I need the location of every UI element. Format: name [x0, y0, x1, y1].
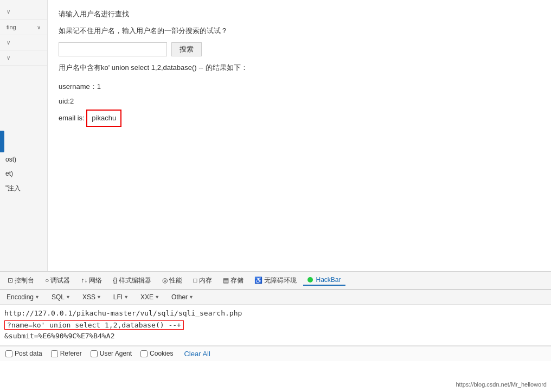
watermark-text: https://blog.csdn.net/Mr_helloword: [456, 381, 547, 388]
hackbar-sql-menu[interactable]: SQL ▼: [49, 292, 73, 302]
sidebar-item-3[interactable]: ∨: [0, 35, 47, 50]
hackbar-xxe-menu[interactable]: XXE ▼: [138, 292, 162, 302]
user-agent-label: User Agent: [100, 350, 132, 357]
chevron-down-icon: ∨: [7, 9, 10, 15]
main-content: 请输入用户名进行查找 如果记不住用户名，输入用户名的一部分搜索的试试？ 搜索 用…: [48, 0, 551, 271]
search-input[interactable]: [59, 42, 167, 56]
search-row: 搜索: [59, 42, 540, 56]
other-arrow-icon: ▼: [189, 294, 194, 300]
tab-console[interactable]: ⊡ 控制台: [3, 275, 39, 286]
chevron-down-icon: ∨: [37, 24, 41, 30]
tab-network[interactable]: ↑↓ 网络: [76, 275, 106, 286]
accessibility-icon: ♿: [254, 277, 262, 284]
performance-icon: ◎: [162, 277, 168, 284]
post-data-option[interactable]: Post data: [5, 350, 42, 357]
post-data-label: Post data: [15, 350, 42, 357]
devtools-bar: ⊡ 控制台 ○ 调试器 ↑↓ 网络 {} 样式编辑器 ◎ 性能 □ 内存 ▤ 存…: [0, 271, 551, 290]
memory-icon: □: [193, 277, 197, 284]
hackbar-other-menu[interactable]: Other ▼: [169, 292, 196, 302]
sidebar-active-marker: [0, 131, 4, 152]
tab-storage[interactable]: ▤ 存储: [219, 275, 248, 286]
console-icon: ⊡: [8, 277, 13, 284]
tab-hackbar-label: HackBar: [316, 276, 341, 284]
sql-label: SQL: [52, 293, 65, 301]
tab-performance-label: 性能: [169, 276, 182, 285]
search-button[interactable]: 搜索: [171, 42, 202, 56]
url-line-2-wrapper: ?name=ko' union select 1,2,database() --…: [4, 319, 547, 331]
result-email: email is: pikachu: [59, 110, 540, 126]
user-agent-option[interactable]: User Agent: [91, 350, 132, 357]
clear-all-button[interactable]: Clear All: [184, 350, 210, 358]
uid-label: uid:: [59, 97, 70, 105]
username-label: username：: [59, 82, 97, 91]
hackbar-options: Post data Referer User Agent Cookies Cle…: [0, 346, 551, 361]
xxe-arrow-icon: ▼: [155, 294, 159, 300]
lfi-label: LFI: [113, 293, 123, 301]
sql-arrow-icon: ▼: [66, 294, 71, 300]
instruction-text-2: 如果记不住用户名，输入用户名的一部分搜索的试试？: [59, 25, 540, 37]
encoding-label: Encoding: [7, 293, 34, 301]
post-data-checkbox[interactable]: [5, 350, 12, 357]
sidebar-item-ost[interactable]: ost): [0, 152, 47, 166]
tab-memory-label: 内存: [199, 276, 212, 285]
sidebar-item-4[interactable]: ∨: [0, 50, 47, 66]
hackbar-panel: Encoding ▼ SQL ▼ XSS ▼ LFI ▼ XXE ▼ Other…: [0, 290, 551, 361]
result-uid: uid:2: [59, 95, 540, 107]
tab-accessibility[interactable]: ♿ 无障碍环境: [250, 275, 301, 286]
xxe-label: XXE: [140, 293, 153, 301]
tab-storage-label: 存储: [230, 276, 244, 285]
email-value: pikachu: [86, 110, 121, 126]
hackbar-toolbar: Encoding ▼ SQL ▼ XSS ▼ LFI ▼ XXE ▼ Other…: [0, 290, 551, 305]
result-username: username：1: [59, 80, 540, 93]
referer-label: Referer: [60, 350, 82, 357]
instruction-text-1: 请输入用户名进行查找: [59, 9, 540, 20]
referer-checkbox[interactable]: [51, 350, 58, 357]
referer-option[interactable]: Referer: [51, 350, 82, 357]
chevron-down-icon: ∨: [7, 40, 10, 46]
tab-console-label: 控制台: [15, 276, 34, 285]
sidebar-item-inject[interactable]: "注入: [0, 181, 47, 196]
uid-value: 2: [70, 97, 74, 105]
tab-style-editor[interactable]: {} 样式编辑器: [108, 275, 156, 286]
url-line-3: &submit=%E6%90%9C%E7%B4%A2: [4, 331, 547, 342]
cookies-label: Cookies: [150, 350, 173, 357]
hackbar-encoding-menu[interactable]: Encoding ▼: [4, 292, 42, 302]
other-label: Other: [171, 293, 188, 301]
sidebar: ∨ ting ∨ ∨ ∨ ost) et) "注入: [0, 0, 48, 271]
sidebar-item-ting[interactable]: ting ∨: [0, 20, 47, 35]
tab-memory[interactable]: □ 内存: [189, 275, 216, 286]
sidebar-item-et[interactable]: et): [0, 166, 47, 181]
tab-network-label: 网络: [89, 276, 102, 285]
sidebar-item-label: ting: [7, 24, 16, 30]
user-agent-checkbox[interactable]: [91, 350, 98, 357]
result-label: 用户名中含有ko' union select 1,2,database() --…: [59, 63, 540, 73]
chevron-down-icon: ∨: [7, 55, 10, 61]
style-editor-icon: {}: [113, 277, 117, 284]
watermark: https://blog.csdn.net/Mr_helloword: [456, 381, 547, 388]
sidebar-item-1[interactable]: ∨: [0, 4, 47, 20]
xss-arrow-icon: ▼: [97, 294, 101, 300]
cookies-option[interactable]: Cookies: [140, 350, 173, 357]
tab-performance[interactable]: ◎ 性能: [158, 275, 187, 286]
hackbar-lfi-menu[interactable]: LFI ▼: [111, 292, 131, 302]
debugger-icon: ○: [45, 277, 49, 284]
tab-accessibility-label: 无障碍环境: [264, 276, 297, 285]
hackbar-dot-icon: [307, 277, 313, 282]
url-line-2-highlighted: ?name=ko' union select 1,2,database() --…: [4, 320, 184, 330]
storage-icon: ▤: [223, 277, 229, 284]
tab-style-editor-label: 样式编辑器: [119, 276, 151, 285]
encoding-arrow-icon: ▼: [35, 294, 40, 300]
hackbar-url-area: http://127.0.0.1/pikachu-master/vul/sqli…: [0, 305, 551, 346]
tab-hackbar[interactable]: HackBar: [303, 275, 345, 286]
tab-debugger-label: 调试器: [50, 276, 70, 285]
url-line-1: http://127.0.0.1/pikachu-master/vul/sqli…: [4, 308, 547, 319]
cookies-checkbox[interactable]: [140, 350, 148, 357]
tab-debugger[interactable]: ○ 调试器: [41, 275, 74, 286]
email-label: email is:: [59, 114, 85, 122]
hackbar-xss-menu[interactable]: XSS ▼: [80, 292, 104, 302]
xss-label: XSS: [82, 293, 95, 301]
lfi-arrow-icon: ▼: [124, 294, 129, 300]
username-value: 1: [97, 82, 101, 91]
network-icon: ↑↓: [81, 277, 87, 284]
